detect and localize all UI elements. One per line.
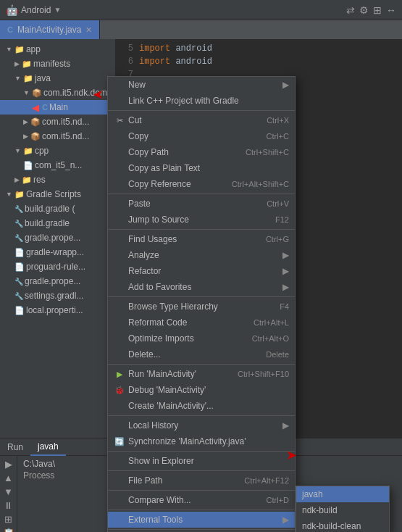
menu-item-run[interactable]: ▶ Run 'MainActivity' Ctrl+Shift+F10	[108, 366, 295, 382]
tree-item-label: gradle.prope...	[25, 233, 80, 243]
menu-item-copy-reference[interactable]: Copy Reference Ctrl+Alt+Shift+C	[108, 176, 295, 192]
menu-item-create[interactable]: Create 'MainActivity'...	[108, 398, 295, 414]
menu-item-copy-path[interactable]: Copy Path Ctrl+Shift+C	[108, 144, 295, 160]
code-line: 5 import android	[122, 42, 396, 55]
filter-icon[interactable]: ⊞	[373, 4, 382, 16]
expand-arrow-icon: ▼	[14, 75, 21, 82]
menu-separator	[108, 510, 295, 510]
tree-item-cpp[interactable]: ▼ 📁 cpp	[0, 144, 115, 158]
menu-item-find-usages[interactable]: Find Usages Ctrl+G	[108, 231, 295, 247]
menu-item-optimize-imports[interactable]: Optimize Imports Ctrl+Alt+O	[108, 331, 295, 346]
tree-item-label: manifests	[33, 59, 70, 69]
tree-item-label: build.gradle (	[25, 204, 75, 214]
layout-icon[interactable]: ⊞	[4, 514, 12, 525]
tree-item-manifests[interactable]: ▶ 📁 manifests	[0, 57, 115, 71]
dropdown-arrow-icon[interactable]: ▼	[54, 6, 61, 14]
tree-item-label: local.properti...	[26, 305, 83, 315]
play-icon[interactable]: ▶	[5, 459, 12, 470]
menu-item-label: Jump to Source	[128, 215, 269, 225]
tree-item-proguard[interactable]: 📄 proguard-rule...	[0, 259, 115, 274]
tree-item-build-gradle-1[interactable]: 🔧 build.gradle (	[0, 201, 115, 216]
menu-item-compare-with[interactable]: Compare With... Ctrl+D	[108, 492, 295, 508]
menu-item-label: Add to Favorites	[128, 282, 280, 292]
shortcut-label: Ctrl+Alt+F12	[244, 476, 289, 485]
shortcut-label: Ctrl+X	[267, 116, 289, 125]
menu-item-delete[interactable]: Delete... Delete	[108, 346, 295, 362]
submenu-item-javah[interactable]: javah	[296, 486, 389, 502]
menu-item-analyze[interactable]: Analyze ▶	[108, 247, 295, 263]
submenu-item-label: ndk-build-clean	[302, 521, 361, 531]
menu-separator	[108, 364, 295, 365]
expand-icon[interactable]: ↔	[386, 4, 396, 16]
menu-item-debug[interactable]: 🐞 Debug 'MainActivity'	[108, 382, 295, 398]
shortcut-label: F12	[275, 215, 289, 224]
menu-item-show-in-explorer[interactable]: Show in Explorer	[108, 453, 295, 469]
shortcut-label: Ctrl+C	[267, 132, 289, 141]
gradle-icon: 🔧	[14, 234, 23, 242]
tree-item-gradle-wrapper[interactable]: 📄 gradle-wrapp...	[0, 245, 115, 259]
bottom-sidebar: ▶ ▲ ▼ ⏸ ⊞ 📋 ✕ ?	[0, 456, 17, 532]
tree-item-java[interactable]: ▼ 📁 java	[0, 71, 115, 86]
menu-item-paste[interactable]: Paste Ctrl+V	[108, 196, 295, 212]
pause-icon[interactable]: ⏸	[4, 500, 13, 511]
tree-item-gradle-scripts[interactable]: ▼ 📁 Gradle Scripts	[0, 187, 115, 201]
tree-item-label: settings.gradl...	[25, 291, 83, 301]
shortcut-label: Ctrl+Alt+O	[252, 334, 289, 343]
code-line: 6 import android	[122, 55, 396, 68]
tree-item-gradle-props[interactable]: 🔧 gradle.prope...	[0, 230, 115, 245]
android-icon: 🤖	[6, 4, 18, 16]
folder-icon: 📁	[14, 190, 25, 199]
tree-item-app[interactable]: ▼ 📁 app	[0, 42, 115, 57]
shortcut-label: Delete	[266, 350, 289, 359]
folder-icon: 📁	[14, 45, 25, 54]
sync-icon[interactable]: ⇄	[346, 4, 355, 16]
menu-item-copy[interactable]: Copy Ctrl+C	[108, 128, 295, 144]
red-arrow-left: ➤	[93, 87, 104, 103]
tree-item-package2[interactable]: ▶ 📦 com.it5.nd...	[0, 115, 115, 129]
top-bar: 🤖 Android ▼ ⇄ ⚙ ⊞ ↔	[0, 0, 402, 20]
menu-separator	[108, 415, 295, 416]
menu-item-refactor[interactable]: Refactor ▶	[108, 263, 295, 279]
menu-item-copy-plain[interactable]: Copy as Plain Text	[108, 160, 295, 176]
up-icon[interactable]: ▲	[4, 473, 13, 483]
menu-item-label: New	[128, 80, 280, 90]
shortcut-label: Ctrl+Shift+F10	[238, 370, 289, 378]
tab-main-activity[interactable]: C MainActivity.java ✕	[0, 20, 100, 39]
debug-icon: 🐞	[114, 386, 125, 395]
menu-item-add-favorites[interactable]: Add to Favorites ▶	[108, 279, 295, 295]
process-text: Process	[23, 470, 54, 481]
tree-item-label: gradle.prope...	[25, 276, 80, 286]
settings-icon[interactable]: ⚙	[359, 4, 369, 16]
menu-separator	[108, 529, 295, 530]
down-icon[interactable]: ▼	[4, 486, 13, 497]
menu-item-external-tools[interactable]: External Tools ▶	[108, 512, 295, 528]
submenu-arrow-icon: ▶	[282, 266, 289, 276]
tree-item-cpp-file[interactable]: 📄 com_it5_n...	[0, 158, 115, 173]
bottom-tab-javah[interactable]: javah	[30, 439, 66, 456]
copy2-icon[interactable]: 📋	[3, 528, 14, 532]
tree-item-build-gradle-2[interactable]: 🔧 build.gradle	[0, 216, 115, 230]
menu-item-synchronize[interactable]: 🔄 Synchronize 'MainActivity.java'	[108, 433, 295, 449]
menu-item-link-cpp[interactable]: Link C++ Project with Gradle	[108, 93, 295, 109]
menu-item-new[interactable]: New ▶	[108, 77, 295, 93]
menu-item-label: Local History	[128, 420, 280, 431]
tree-item-settings-gradle[interactable]: 🔧 settings.gradl...	[0, 288, 115, 303]
menu-item-cut[interactable]: ✂ Cut Ctrl+X	[108, 112, 295, 128]
tab-close-icon[interactable]: ✕	[85, 25, 92, 35]
menu-item-local-history[interactable]: Local History ▶	[108, 417, 295, 433]
menu-item-label: Reformat Code	[128, 317, 248, 328]
tree-item-local-props[interactable]: 📄 local.properti...	[0, 303, 115, 317]
menu-item-jump-source[interactable]: Jump to Source F12	[108, 212, 295, 228]
tree-item-label: com.it5.nd...	[42, 117, 89, 127]
tree-item-package3[interactable]: ▶ 📦 com.it5.nd...	[0, 129, 115, 144]
submenu-arrow-icon: ▶	[282, 420, 289, 431]
submenu-item-ndk-build[interactable]: ndk-build	[296, 502, 389, 518]
tree-item-label: gradle-wrapp...	[26, 247, 84, 257]
tree-item-gradle-props2[interactable]: 🔧 gradle.prope...	[0, 274, 115, 288]
menu-item-browse-type-hierarchy[interactable]: Browse Type Hierarchy F4	[108, 299, 295, 315]
submenu-item-ndk-build-clean[interactable]: ndk-build-clean	[296, 518, 389, 532]
menu-item-reformat[interactable]: Reformat Code Ctrl+Alt+L	[108, 315, 295, 331]
menu-item-file-path[interactable]: File Path Ctrl+Alt+F12	[108, 473, 295, 489]
bottom-tab-run[interactable]: Run	[0, 439, 30, 456]
tree-item-res[interactable]: ▶ 📁 res	[0, 173, 115, 187]
